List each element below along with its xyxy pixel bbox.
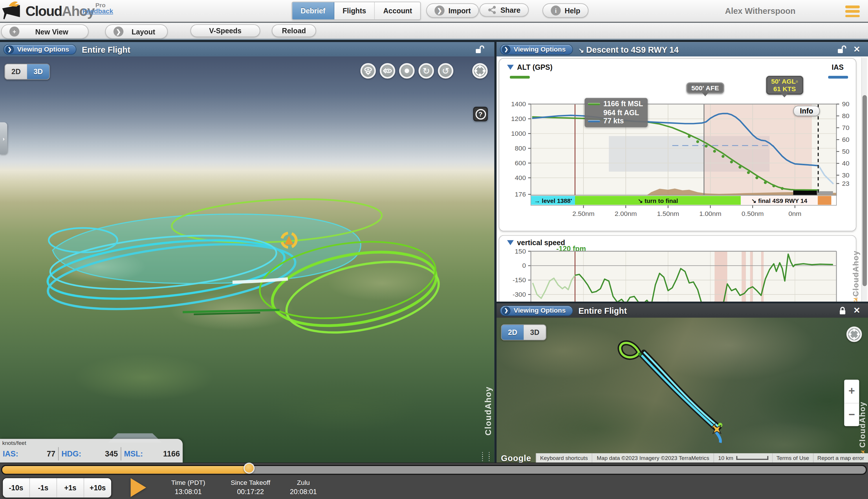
main-tabs: Debrief Flights Account <box>292 2 421 20</box>
sidebar-expander[interactable]: › <box>0 122 7 155</box>
msl-label: MSL: <box>124 450 143 459</box>
toggle-3d[interactable]: 3D <box>27 64 49 79</box>
svg-text:60: 60 <box>842 136 849 143</box>
play-button[interactable] <box>131 478 146 497</box>
menu-icon[interactable] <box>845 5 860 17</box>
brand-cloud: Cloud <box>25 3 62 19</box>
chevron-right-icon: ❯ <box>435 5 444 15</box>
share-button[interactable]: Share <box>480 3 529 16</box>
flight-track-2d <box>496 317 868 463</box>
look-left-icon[interactable] <box>380 63 396 79</box>
svg-text:→ level 1388': → level 1388' <box>534 197 572 204</box>
agl-line1: 50' AGL▫ <box>771 77 798 85</box>
center-view-icon[interactable] <box>399 63 415 79</box>
timeline-slider[interactable] <box>1 465 867 475</box>
help-button[interactable]: i Help <box>543 3 589 18</box>
scale-bar <box>736 456 768 460</box>
afe-label: 500' AFE <box>691 84 719 92</box>
cloudahoy-watermark: CloudAhoy <box>858 370 867 448</box>
toggle-3d[interactable]: 3D <box>524 325 546 340</box>
layout-button[interactable]: ❯ Layout <box>105 24 168 39</box>
reload-button[interactable]: Reload <box>272 24 316 37</box>
map-3d-scene[interactable]: ↻ ↺ ? › 2D 3D CloudAhoy ⋮⋮⋮⋮ knots/feet … <box>0 57 494 463</box>
dimension-toggle: 2D 3D <box>4 64 50 80</box>
close-icon[interactable]: ✕ <box>853 44 860 54</box>
ias-swatch-icon <box>588 120 600 122</box>
minimap-canvas[interactable]: 2D 3D + − CloudAhoy ✈ Google Keyboard sh… <box>496 317 868 463</box>
chevron-right-icon: › <box>3 135 5 142</box>
rotate-ccw-icon[interactable]: ↺ <box>438 63 454 79</box>
viewing-options-label: Viewing Options <box>17 46 69 53</box>
since-takeoff-value: 00:17:22 <box>221 488 280 496</box>
new-view-button[interactable]: + New View <box>1 24 88 39</box>
unlock-icon[interactable] <box>837 45 847 53</box>
msl-value: 1166 <box>163 450 180 459</box>
step-minus-1s-button[interactable]: -1s <box>30 478 57 498</box>
hdg-label: HDG: <box>61 450 81 459</box>
vertical-speed-card: vertical speed -120 fpm 1500-150-300 <box>499 235 856 302</box>
svg-text:0nm: 0nm <box>788 210 801 217</box>
profile-scrollbar <box>861 58 867 302</box>
viewing-options-button[interactable]: ❯ Viewing Options <box>500 305 573 316</box>
compass-reset-icon[interactable] <box>846 327 862 342</box>
layout-label: Layout <box>131 27 155 36</box>
zoom-in-button[interactable]: + <box>844 380 859 403</box>
vs-chart-plot[interactable]: 1500-150-300 <box>499 236 856 302</box>
panel-title: Entire Flight <box>82 45 130 54</box>
step-plus-10s-button[interactable]: +10s <box>84 478 111 498</box>
viewing-options-button[interactable]: ❯ Viewing Options <box>500 44 573 54</box>
chevron-right-icon: ❯ <box>502 306 510 315</box>
feedback-link[interactable]: Feedback <box>83 7 113 15</box>
scrollbar-thumb[interactable] <box>863 95 867 286</box>
viewing-options-button[interactable]: ❯ Viewing Options <box>3 44 76 54</box>
panel-title: Descent to 4S9 RWY 14 <box>586 45 679 54</box>
share-icon <box>487 5 496 14</box>
dimension-toggle: 2D 3D <box>501 324 546 340</box>
svg-text:1000: 1000 <box>511 130 526 137</box>
telemetry-units: knots/feet <box>2 440 26 446</box>
svg-text:1400: 1400 <box>511 100 526 108</box>
zulu-value: 20:08:01 <box>281 488 325 496</box>
tab-flights[interactable]: Flights <box>334 2 375 20</box>
tab-debrief[interactable]: Debrief <box>292 2 334 20</box>
tooltip-ias: 77 kts <box>603 117 624 125</box>
step-plus-1s-button[interactable]: +1s <box>57 478 84 498</box>
tilt-down-icon[interactable] <box>360 63 376 79</box>
viewing-options-label: Viewing Options <box>514 46 565 53</box>
v-speeds-button[interactable]: V-Speeds <box>191 24 260 37</box>
svg-text:176: 176 <box>515 191 526 198</box>
alt-chart-card: ALT (GPS) IAS → level 1388'↘ turn to fin… <box>499 58 856 231</box>
close-icon[interactable]: ✕ <box>853 305 860 315</box>
telemetry-readout: knots/feet IAS: 77 HDG: 345 MSL: 1166 <box>0 439 183 463</box>
lock-icon[interactable] <box>839 306 847 315</box>
keyboard-shortcuts-link[interactable]: Keyboard shortcuts <box>535 453 591 463</box>
step-minus-10s-button[interactable]: -10s <box>3 478 30 498</box>
agl-callout: 50' AGL▫ 61 KTS <box>766 76 803 95</box>
map-3d-panel: ❯ Viewing Options Entire Flight <box>0 42 494 463</box>
share-label: Share <box>500 6 520 14</box>
logo-icon <box>1 1 25 22</box>
unlock-icon[interactable] <box>475 45 484 53</box>
terms-of-use-link[interactable]: Terms of Use <box>772 453 813 463</box>
svg-text:800: 800 <box>515 144 526 152</box>
tooltip-agl: 964 ft AGL <box>603 108 639 117</box>
zoom-out-button[interactable]: − <box>844 403 859 426</box>
minimap-panel: ❯ Viewing Options Entire Flight ✕ <box>496 303 868 463</box>
report-map-error-link[interactable]: Report a map error <box>813 453 868 463</box>
svg-text:0.50nm: 0.50nm <box>742 210 764 217</box>
cursor-tooltip: 1166 ft MSL 964 ft AGL 77 kts <box>584 98 647 127</box>
map-scale: 10 km <box>714 453 772 463</box>
user-name[interactable]: Alex Witherspoon <box>725 6 796 16</box>
toggle-2d[interactable]: 2D <box>502 325 523 340</box>
cloudahoy-watermark: CloudAhoy <box>483 364 493 436</box>
import-button[interactable]: ❯ Import <box>426 3 479 18</box>
svg-text:40: 40 <box>842 159 849 167</box>
rotate-cw-icon[interactable]: ↻ <box>418 63 434 79</box>
compass-reset-icon[interactable] <box>472 63 488 79</box>
v-speeds-label: V-Speeds <box>209 27 241 35</box>
toggle-2d[interactable]: 2D <box>5 64 27 79</box>
tab-account[interactable]: Account <box>375 2 420 20</box>
scene-help-button[interactable]: ? <box>473 107 488 121</box>
resize-handle[interactable]: ⋮⋮⋮⋮ <box>480 453 493 461</box>
info-button[interactable]: Info <box>793 106 820 116</box>
